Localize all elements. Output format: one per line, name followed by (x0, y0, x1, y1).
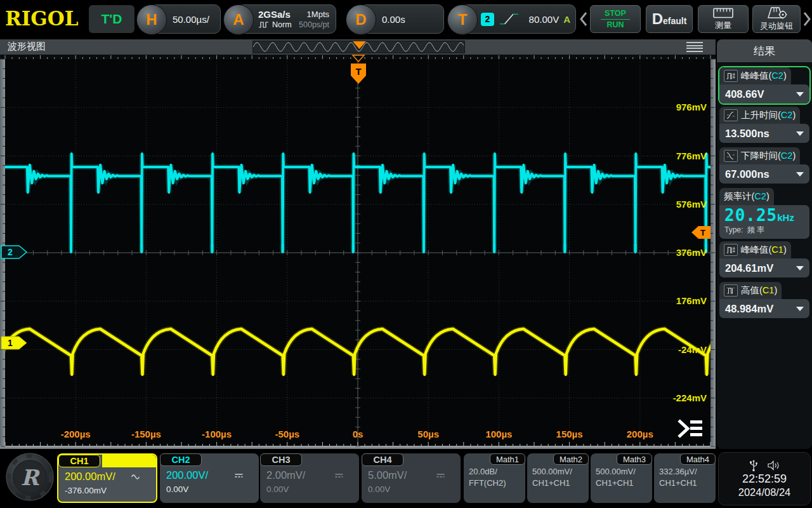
top-status-bar: RIGOL T'D 50.00µs/ H 2GSa/s 1Mpts Norm (0, 0, 812, 38)
trigger-level-marker[interactable]: T (691, 226, 710, 239)
delay-key-button[interactable]: D (346, 4, 376, 35)
svg-text:R: R (21, 465, 41, 490)
channel-card-ch2[interactable]: CH2 200.00V/ 0.00V (160, 453, 259, 503)
type-label: Type: (724, 225, 743, 234)
fall-time-icon (724, 150, 738, 162)
ch3-scale: 2.00mV/ (266, 469, 305, 481)
knob-gear-icon (765, 6, 788, 19)
result-card-high-value-c1[interactable]: 高值(C1) 48.984mV (719, 282, 809, 318)
acquisition-group[interactable]: 2GSa/s 1Mpts Norm 500ps/pt A (223, 0, 336, 38)
results-header: 结果 (717, 39, 812, 62)
math1-expression: FFT(CH2) (464, 476, 525, 488)
oscilloscope-screen: RIGOL T'D 50.00µs/ H 2GSa/s 1Mpts Norm (0, 0, 812, 508)
expand-arrow-icon[interactable] (796, 307, 804, 311)
scroll-left-icon[interactable] (579, 10, 589, 28)
channel-card-ch3[interactable]: CH3 2.00mV/ 0.00V (260, 453, 359, 503)
svg-text:100µs: 100µs (485, 429, 512, 439)
trigger-mode-value: A (563, 14, 570, 25)
trigger-key-button[interactable]: T (447, 4, 478, 35)
svg-text:T: T (355, 66, 361, 77)
channel-card-ch4[interactable]: CH4 5.00mV/ 0.00V (362, 453, 461, 503)
sample-rate-value: 2GSa/s (258, 9, 291, 20)
svg-text:-24mV: -24mV (678, 344, 707, 355)
ch2-offset: 0.00V (166, 485, 252, 494)
resolution-value: 500ps/pt (299, 20, 329, 29)
dc-coupling-icon (334, 472, 344, 479)
measure-button[interactable]: 测量 (698, 5, 749, 33)
math-card-math1[interactable]: Math1 20.0dB/ FFT(CH2) (464, 453, 525, 503)
horizontal-scale-value: 50.00µs/ (173, 14, 209, 25)
rise-time-icon (724, 109, 738, 121)
peak-peak-icon (724, 244, 738, 256)
trigger-group[interactable]: 2 80.00V A T (447, 0, 576, 38)
result-label: 峰峰值(C2) (741, 70, 787, 82)
high-value-icon (724, 284, 738, 297)
expand-arrow-icon[interactable] (796, 266, 804, 271)
svg-text:776mV: 776mV (676, 150, 707, 161)
datetime-box: 22:52:59 2024/08/24 (718, 452, 811, 505)
svg-text:0s: 0s (353, 429, 363, 439)
delay-group[interactable]: 0.00s D (346, 0, 444, 38)
ch2-zero-marker[interactable]: 2 (1, 246, 27, 258)
result-label: 频率计(C2) (724, 190, 769, 203)
default-button[interactable]: Default (646, 5, 693, 33)
channel-card-ch1[interactable]: CH1 200.00mV/ -376.00mV (57, 453, 157, 503)
result-card-freq-counter-c2[interactable]: 频率计(C2) 20.25kHz Type: 频 率 (719, 188, 809, 239)
rigol-logo: RIGOL (5, 7, 79, 30)
ch1-selected-strip (102, 455, 156, 467)
usb-icon (749, 460, 758, 472)
rising-slope-icon (499, 12, 520, 26)
result-label: 上升时间(C2) (741, 109, 796, 121)
dc-coupling-icon (436, 472, 445, 479)
svg-text:1: 1 (8, 338, 13, 348)
expand-arrow-icon[interactable] (796, 92, 804, 97)
svg-text:176mV: 176mV (676, 295, 707, 306)
memory-depth-value: 1Mpts (307, 10, 329, 19)
horizontal-key-button[interactable]: H (136, 4, 167, 35)
ch1-offset: -376.00mV (65, 486, 150, 495)
math2-expression: CH1+CH1 (527, 476, 589, 488)
acquisition-key-button[interactable]: A (223, 4, 254, 35)
expand-arrow-icon[interactable] (796, 172, 804, 177)
ch2-scale: 200.00V/ (166, 469, 208, 481)
results-panel: 结果 峰峰值(C2) 408.66V 上升时间(C2) 13.500ns (717, 39, 812, 449)
svg-text:150µs: 150µs (556, 429, 583, 439)
math-card-math2[interactable]: Math2 500.00mV/ CH1+CH1 (527, 453, 589, 503)
smart-knob-button[interactable]: 灵动旋钮 (752, 5, 801, 33)
result-card-rise-time-c2[interactable]: 上升时间(C2) 13.500ns (719, 107, 809, 143)
waveform-panel[interactable]: 波形视图 976mV776mV576mV376mV176mV-24mV-224m… (0, 39, 716, 449)
frequency-unit: kHz (777, 212, 794, 223)
result-card-vpp-c2[interactable]: 峰峰值(C2) 408.66V (718, 66, 811, 105)
math4-scale: 332.36µV/ (654, 465, 716, 476)
trigger-time-marker[interactable]: T (351, 64, 366, 84)
result-card-vpp-c1[interactable]: 峰峰值(C1) 204.61mV (719, 241, 809, 277)
stop-run-button[interactable]: STOP RUN (590, 5, 641, 33)
run-label: RUN (606, 20, 624, 30)
trigger-status-badge: T'D (89, 5, 134, 33)
menu-expand-icon[interactable] (675, 418, 705, 441)
ch1-zero-marker[interactable]: 1 (1, 337, 27, 349)
svg-text:976mV: 976mV (676, 102, 707, 112)
math1-scale: 20.0dB/ (464, 465, 525, 476)
svg-text:200µs: 200µs (627, 429, 653, 439)
svg-text:50µs: 50µs (417, 429, 439, 439)
svg-text:376mV: 376mV (676, 247, 707, 258)
result-label: 下降时间(C2) (741, 150, 796, 162)
trigger-position-marker[interactable] (353, 55, 364, 62)
grid-lines (1, 55, 715, 446)
waveform-display[interactable]: 976mV776mV576mV376mV176mV-24mV-224mV-200… (0, 39, 716, 449)
horizontal-scale-group[interactable]: 50.00µs/ H (136, 0, 221, 38)
ch4-scale: 5.00mV/ (368, 469, 407, 481)
math-card-math3[interactable]: Math3 500.00mV/ CH1+CH1 (591, 453, 652, 503)
scroll-right-icon[interactable] (802, 10, 812, 28)
trigger-level-value: 80.00V (529, 14, 560, 25)
frequency-value: 20.25 (724, 206, 777, 225)
dc-coupling-icon (234, 472, 244, 479)
math-card-math4[interactable]: Math4 332.36µV/ CH1+CH1 (654, 453, 716, 503)
expand-arrow-icon[interactable] (796, 131, 804, 136)
speaker-icon (767, 460, 780, 471)
result-card-fall-time-c2[interactable]: 下降时间(C2) 67.000ns (719, 147, 809, 184)
channel-tab-ch1: CH1 (58, 455, 100, 467)
acquire-mode-value: Norm (272, 20, 292, 29)
clock-date: 2024/08/24 (738, 486, 791, 498)
